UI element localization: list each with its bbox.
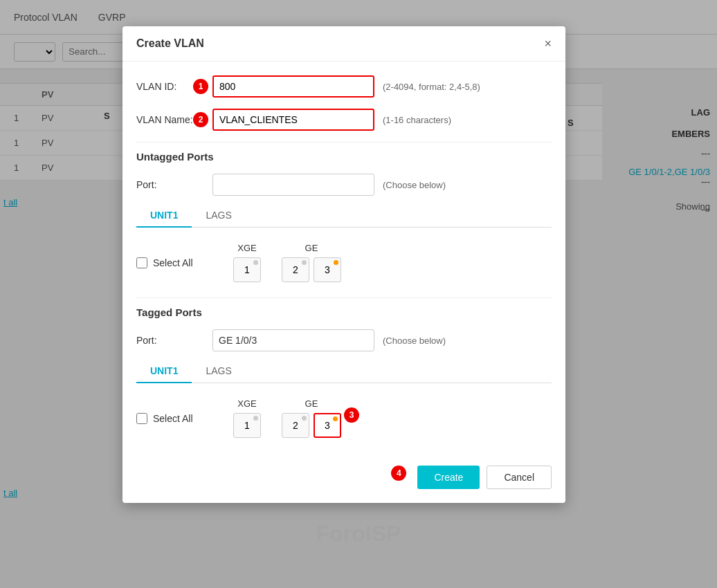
- port-dot-ge2-untagged: [302, 260, 307, 265]
- untagged-xge-group: XGE 1: [233, 243, 261, 282]
- tagged-port-grid: Select All XGE 1: [136, 392, 552, 445]
- tagged-tabs: UNIT1 LAGS: [136, 360, 552, 383]
- vlan-id-input[interactable]: [212, 75, 374, 98]
- cancel-button[interactable]: Cancel: [487, 466, 552, 489]
- dialog-body: VLAN ID: 1 (2-4094, format: 2,4-5,8) VLA…: [122, 62, 565, 459]
- port-ge-2-tagged[interactable]: 2: [282, 413, 309, 438]
- vlan-id-hint: (2-4094, format: 2,4-5,8): [383, 82, 480, 92]
- dialog-footer: 4 Create Cancel: [122, 459, 565, 489]
- tagged-ge-group: GE 2 3 3: [282, 398, 341, 438]
- port-dot-xge1-untagged: [253, 260, 258, 265]
- tab-unit1-tagged[interactable]: UNIT1: [136, 360, 192, 383]
- tagged-xge-ports: 1: [233, 413, 261, 438]
- port-dot-ge3-untagged: [334, 260, 338, 265]
- create-button[interactable]: Create: [417, 466, 480, 489]
- vlan-name-hint: (1-16 characters): [383, 115, 451, 125]
- tagged-ge-ports: 2 3 3: [282, 413, 341, 438]
- tagged-select-all-checkbox[interactable]: [136, 413, 147, 424]
- port-dot-ge2-tagged: [302, 416, 307, 421]
- create-vlan-dialog: Create VLAN × VLAN ID: 1 (2-4094, format…: [122, 26, 565, 503]
- tagged-select-all-label: Select All: [153, 413, 193, 424]
- untagged-xge-label: XGE: [237, 243, 256, 253]
- tagged-port-hint: (Choose below): [383, 336, 446, 346]
- step1-badge: 1: [193, 79, 208, 94]
- tagged-port-row: Port: (Choose below): [136, 329, 552, 351]
- step3-badge: 3: [344, 407, 359, 423]
- tagged-ports-header: Tagged Ports: [136, 306, 552, 321]
- dialog-header: Create VLAN ×: [122, 26, 565, 62]
- untagged-ge-ports: 2 3: [282, 257, 341, 282]
- untagged-ge-group: GE 2 3: [282, 243, 341, 282]
- step4-badge: 4: [391, 466, 406, 481]
- tagged-port-input[interactable]: [212, 329, 374, 351]
- untagged-ge-label: GE: [305, 243, 318, 253]
- untagged-port-input[interactable]: [212, 174, 374, 196]
- step2-badge: 2: [193, 112, 208, 127]
- port-dot-ge3-tagged: [333, 416, 338, 421]
- vlan-name-input[interactable]: [212, 109, 374, 131]
- untagged-select-all-area: Select All: [136, 257, 206, 268]
- port-xge-1-untagged[interactable]: 1: [233, 257, 261, 282]
- tagged-xge-group: XGE 1: [233, 398, 261, 438]
- tab-lags-tagged[interactable]: LAGS: [192, 360, 245, 383]
- untagged-tabs: UNIT1 LAGS: [136, 204, 552, 227]
- untagged-xge-ports: 1: [233, 257, 261, 282]
- tagged-ge-label: GE: [305, 398, 318, 409]
- close-button[interactable]: ×: [544, 37, 552, 50]
- tab-unit1-untagged[interactable]: UNIT1: [136, 204, 192, 228]
- port-ge-3-untagged[interactable]: 3: [314, 257, 341, 282]
- port-dot-xge1-tagged: [253, 416, 258, 421]
- untagged-ports-header: Untagged Ports: [136, 151, 552, 165]
- port-label-untagged: Port:: [136, 179, 212, 190]
- untagged-select-all-checkbox[interactable]: [136, 257, 147, 268]
- vlan-id-row: VLAN ID: 1 (2-4094, format: 2,4-5,8): [136, 75, 552, 98]
- tagged-xge-label: XGE: [237, 398, 256, 409]
- untagged-port-row: Port: (Choose below): [136, 174, 552, 196]
- port-xge-1-tagged[interactable]: 1: [233, 413, 261, 438]
- port-ge-3-tagged[interactable]: 3 3: [314, 413, 341, 438]
- tagged-select-all-area: Select All: [136, 413, 206, 424]
- untagged-port-grid: Select All XGE 1: [136, 236, 552, 289]
- dialog-title: Create VLAN: [136, 37, 204, 50]
- untagged-tabs-container: UNIT1 LAGS: [136, 204, 552, 228]
- tagged-tabs-container: UNIT1 LAGS: [136, 360, 552, 383]
- tab-lags-untagged[interactable]: LAGS: [192, 204, 245, 228]
- port-ge-2-untagged[interactable]: 2: [282, 257, 309, 282]
- untagged-select-all-label: Select All: [153, 257, 193, 268]
- port-label-tagged: Port:: [136, 335, 212, 346]
- vlan-name-row: VLAN Name: 2 (1-16 characters): [136, 109, 552, 131]
- untagged-port-hint: (Choose below): [383, 180, 446, 190]
